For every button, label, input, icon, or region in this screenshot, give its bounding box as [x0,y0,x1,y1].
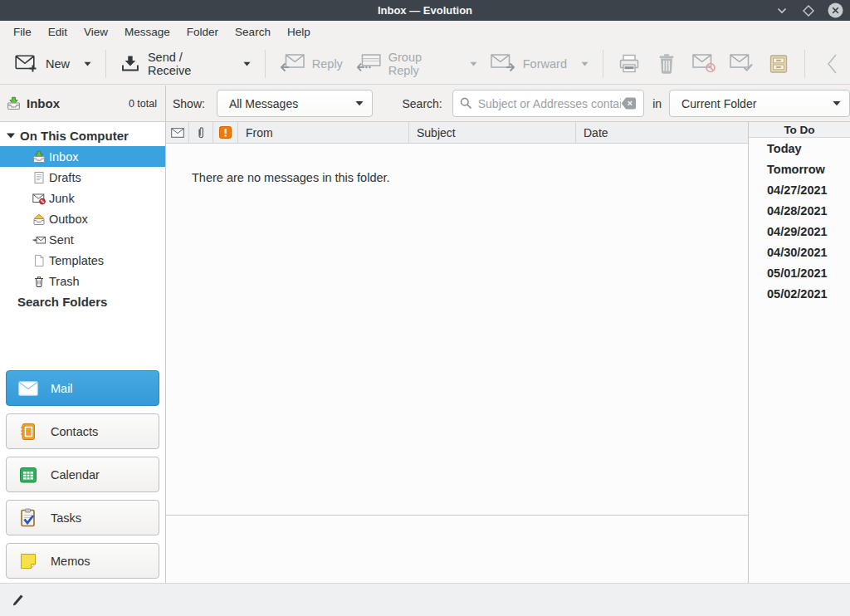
filter-bar: Inbox 0 total Show: All Messages Search: [0,86,850,122]
switcher-memos-button[interactable]: Memos [6,543,159,579]
switcher-contacts-button[interactable]: Contacts [6,413,159,449]
show-filter-value: All Messages [229,97,298,110]
column-status[interactable] [166,122,189,143]
menu-help[interactable]: Help [279,22,319,42]
todo-item-date[interactable]: 04/29/2021 [749,221,850,242]
todo-item-tomorrow[interactable]: Tomorrow [749,159,850,179]
todo-item-date[interactable]: 04/30/2021 [749,242,850,262]
message-list-body[interactable]: There are no messages in this folder. [166,144,748,516]
mark-not-junk-button[interactable] [722,47,760,81]
search-scope-caret [824,100,841,106]
new-message-button[interactable]: New [8,50,98,78]
menu-search[interactable]: Search [227,22,279,42]
search-folders-label: Search Folders [17,295,107,309]
mail-icon [17,381,39,396]
todo-item-today[interactable]: Today [749,138,850,159]
column-date-label: Date [584,126,608,139]
todo-item-date[interactable]: 04/27/2021 [749,179,850,200]
forward-button[interactable]: Forward [484,49,595,78]
menu-edit[interactable]: Edit [40,22,76,42]
clear-search-button[interactable] [621,97,637,110]
minimize-button[interactable] [774,2,790,19]
toolbar-separator [804,50,805,78]
sidebar-folder-sent[interactable]: Sent [0,229,165,250]
close-icon [828,2,843,18]
pen-status-icon [12,592,25,606]
memos-icon [17,552,39,570]
outbox-icon [32,213,46,226]
search-folders-row[interactable]: Search Folders [0,291,165,312]
search-input[interactable] [478,97,621,110]
group-reply-button[interactable]: Group Reply [349,46,484,82]
close-button[interactable] [827,2,843,19]
sidebar-folder-trash[interactable]: Trash [0,271,165,291]
new-dropdown-arrow[interactable] [84,61,91,66]
delete-button[interactable] [648,47,686,81]
todo-item-date[interactable]: 04/28/2021 [749,200,850,221]
contacts-icon [17,423,39,441]
forward-dropdown-arrow[interactable] [581,61,589,66]
menu-folder[interactable]: Folder [178,22,227,42]
send-receive-button[interactable]: Send / Receive [114,46,257,82]
switcher-calendar-button[interactable]: Calendar [6,457,159,492]
sidebar-folder-inbox[interactable]: Inbox [0,146,165,167]
sent-icon [32,233,46,247]
caret-down-icon [84,61,91,66]
menu-file[interactable]: File [5,22,40,42]
todo-item-date[interactable]: 05/01/2021 [749,262,850,283]
folder-message-count: 0 total [129,98,157,110]
search-box [452,90,644,117]
reply-icon [280,54,305,73]
empty-folder-message: There are no messages in this folder. [192,171,390,184]
back-button[interactable] [813,47,850,81]
menu-view[interactable]: View [76,22,116,42]
forward-icon [491,54,515,73]
calendar-icon [17,466,39,484]
reply-label: Reply [312,57,343,71]
column-subject[interactable]: Subject [409,122,576,143]
send-receive-dropdown-arrow[interactable] [243,61,251,66]
todo-item-label: 05/02/2021 [767,287,828,301]
toolbar: New Send / Receive Reply [0,43,850,85]
drafts-icon [32,171,46,184]
todo-item-label: 04/27/2021 [767,183,828,197]
sidebar-folder-junk[interactable]: Junk [0,188,165,208]
menu-message[interactable]: Message [116,22,178,42]
maximize-button[interactable] [800,2,817,19]
sidebar-folder-drafts[interactable]: Drafts [0,167,165,188]
todo-item-date[interactable]: 05/02/2021 [749,283,850,304]
archive-button[interactable] [760,47,797,81]
switcher-tasks-button[interactable]: Tasks [6,500,159,535]
folder-label: Junk [49,192,75,205]
message-list-pane: From Subject Date There are no messages … [166,122,748,583]
column-important[interactable] [213,122,238,143]
send-receive-label: Send / Receive [148,51,229,77]
reply-button[interactable]: Reply [273,49,349,78]
mark-junk-button[interactable] [686,47,723,81]
diamond-icon [803,5,814,17]
window-controls [774,0,843,21]
important-icon [219,126,232,139]
sidebar-folder-templates[interactable]: Templates [0,250,165,271]
message-preview-pane [166,516,748,583]
folder-sidebar: On This Computer Inbox Drafts Junk [0,122,166,583]
print-button[interactable] [611,47,648,81]
switcher-mail-button[interactable]: Mail [6,370,159,406]
in-label: in [652,97,662,110]
show-filter-dropdown[interactable]: All Messages [217,90,374,117]
search-scope-dropdown[interactable]: Current Folder [669,90,850,117]
column-date[interactable]: Date [576,122,748,143]
toolbar-separator [105,50,106,78]
envelope-icon [171,128,184,138]
current-folder-name: Inbox [27,96,60,110]
caret-down-icon [581,61,589,66]
account-row[interactable]: On This Computer [0,125,165,146]
todo-item-label: 04/29/2021 [767,225,828,238]
column-attachment[interactable] [189,122,213,143]
todo-item-label: Today [767,142,802,155]
column-from[interactable]: From [238,122,409,143]
group-reply-dropdown-arrow[interactable] [470,61,477,66]
sidebar-folder-outbox[interactable]: Outbox [0,208,165,229]
archive-icon [769,54,788,74]
online-status-button[interactable] [12,592,25,606]
